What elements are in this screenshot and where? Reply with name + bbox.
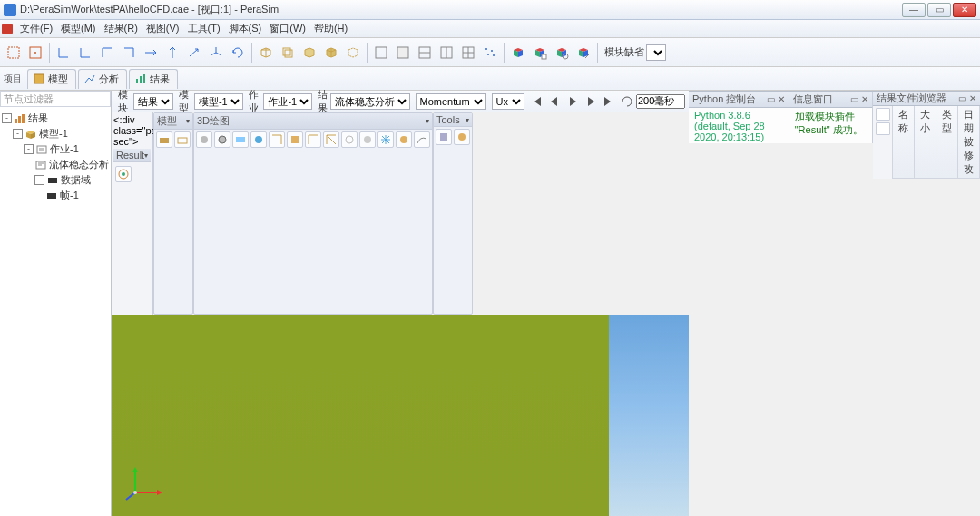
panel-undock-icon[interactable]: ▭ ✕ — [767, 94, 785, 104]
module-default-select[interactable] — [646, 44, 666, 61]
plot3d-btn-7[interactable] — [305, 131, 321, 148]
plot3d-btn-11[interactable] — [377, 131, 394, 148]
triad-button[interactable] — [206, 43, 226, 63]
menu-result[interactable]: 结果(R) — [101, 20, 142, 37]
axis-z-button[interactable] — [184, 43, 204, 63]
display-4-button[interactable] — [436, 43, 456, 63]
display-5-button[interactable] — [458, 43, 478, 63]
tab-result[interactable]: 结果 — [129, 69, 178, 89]
anim-last-button[interactable] — [600, 92, 618, 112]
plot3d-btn-6[interactable] — [287, 131, 303, 148]
cube-solid-button[interactable] — [321, 43, 341, 63]
expander-icon[interactable]: - — [34, 175, 44, 185]
menu-tool[interactable]: 工具(T) — [184, 20, 224, 37]
result-select[interactable]: 流体稳态分析 — [330, 93, 410, 110]
model-select[interactable]: 模型-1 — [194, 93, 243, 110]
rotate-button[interactable] — [228, 43, 248, 63]
plot3d-btn-8[interactable] — [323, 131, 339, 148]
plot3d-btn-10[interactable] — [359, 131, 376, 148]
color-cube-1[interactable] — [508, 43, 528, 63]
plot3d-btn-9[interactable] — [341, 131, 358, 148]
menu-script[interactable]: 脚本(S) — [225, 20, 266, 37]
module-default-selector[interactable]: 模块缺省 — [604, 44, 666, 61]
plot3d-btn-4[interactable] — [250, 131, 267, 148]
col-type[interactable]: 类型 — [936, 106, 958, 178]
display-3-button[interactable] — [415, 43, 435, 63]
menu-view[interactable]: 视图(V) — [142, 20, 183, 37]
tree-node-frame1[interactable]: 帧-1 — [60, 189, 79, 202]
scatter-button[interactable] — [480, 43, 500, 63]
tools-btn-1[interactable] — [436, 129, 452, 145]
angle-tool-1[interactable] — [54, 43, 74, 63]
col-name[interactable]: 名称 — [893, 106, 915, 178]
cube-shade-button[interactable] — [299, 43, 319, 63]
angle-tool-2[interactable] — [75, 43, 95, 63]
component-select[interactable]: Ux — [492, 93, 524, 110]
tab-model[interactable]: 模型 — [27, 69, 76, 89]
job-select[interactable]: 作业-1 — [263, 93, 312, 110]
menu-help[interactable]: 帮助(H) — [310, 20, 351, 37]
plot3d-btn-13[interactable] — [414, 131, 430, 148]
cube-iso-button[interactable] — [256, 43, 276, 63]
anim-prev-button[interactable] — [545, 92, 564, 112]
display-2-button[interactable] — [393, 43, 413, 63]
col-size[interactable]: 大小 — [915, 106, 936, 178]
rb-side-btn-2[interactable] — [876, 122, 890, 135]
tree-node-steady[interactable]: 流体稳态分析 — [49, 158, 109, 171]
rb-side-btn-1[interactable] — [876, 108, 890, 121]
time-input[interactable] — [636, 94, 685, 109]
plot3d-btn-2[interactable] — [214, 131, 230, 148]
menu-window[interactable]: 窗口(W) — [266, 20, 309, 37]
module-select[interactable]: 结果 — [133, 93, 173, 110]
project-tree[interactable]: -结果 -模型-1 -作业-1 流体稳态分析 -数据域 帧-1 — [0, 107, 111, 516]
tree-node-model1[interactable]: 模型-1 — [39, 127, 68, 141]
palette-section-model[interactable]: 模型▾ — [154, 113, 192, 130]
expander-icon[interactable]: - — [2, 113, 12, 123]
cube-wire-button[interactable] — [278, 43, 298, 63]
expander-icon[interactable]: - — [24, 144, 34, 154]
cube-hidden-button[interactable] — [343, 43, 363, 63]
angle-tool-3[interactable] — [97, 43, 117, 63]
window-close-button[interactable]: ✕ — [953, 3, 976, 17]
plot3d-btn-5[interactable] — [269, 131, 285, 148]
tree-node-job1[interactable]: 作业-1 — [50, 142, 79, 156]
palette-section-tools[interactable]: Tools▾ — [434, 113, 472, 127]
col-date[interactable]: 日期被修改 — [958, 106, 980, 178]
plot3d-btn-3[interactable] — [232, 131, 249, 148]
panel-undock-icon[interactable]: ▭ ✕ — [958, 93, 976, 103]
axis-x-button[interactable] — [141, 43, 161, 63]
expander-icon[interactable]: - — [13, 129, 23, 139]
window-maximize-button[interactable]: ▭ — [927, 3, 951, 17]
model-btn-2[interactable] — [174, 131, 191, 148]
tree-node-dataset[interactable]: 数据域 — [61, 173, 91, 187]
model-btn-1[interactable] — [156, 131, 172, 148]
tree-filter-input[interactable]: 节点过滤器 — [0, 91, 111, 107]
angle-tool-4[interactable] — [119, 43, 139, 63]
plot3d-btn-12[interactable] — [396, 131, 412, 148]
display-1-button[interactable] — [371, 43, 391, 63]
message-window-body[interactable]: 加载模块插件 "Result" 成功。 — [789, 108, 872, 143]
anim-loop-button[interactable] — [618, 92, 636, 112]
field-select[interactable]: Momentum — [416, 93, 486, 110]
color-cube-2[interactable] — [530, 43, 550, 63]
python-console-body[interactable]: Python 3.8.6 (default, Sep 28 2020, 20:1… — [689, 108, 789, 143]
3d-viewport[interactable]: Momentum Time/Frequence:5000 Ux 106 71.0… — [112, 315, 689, 517]
menu-model[interactable]: 模型(M) — [57, 20, 100, 37]
color-cube-3[interactable] — [552, 43, 572, 63]
box-select-button[interactable] — [25, 43, 45, 63]
tools-btn-2[interactable] — [454, 129, 470, 145]
axis-y-button[interactable] — [162, 43, 182, 63]
anim-first-button[interactable] — [527, 92, 545, 112]
select-tool-button[interactable] — [4, 43, 24, 63]
tree-node-result[interactable]: 结果 — [28, 112, 48, 125]
menu-file[interactable]: 文件(F) — [16, 20, 56, 37]
panel-undock-icon[interactable]: ▭ ✕ — [850, 94, 868, 104]
anim-play-button[interactable] — [564, 92, 582, 112]
plot3d-btn-1[interactable] — [196, 131, 212, 148]
result-contour-button[interactable] — [115, 166, 132, 182]
tab-analysis[interactable]: 分析 — [78, 69, 127, 89]
palette-section-3d[interactable]: 3D绘图▾ — [194, 113, 432, 130]
window-minimize-button[interactable]: — — [902, 3, 926, 17]
anim-next-button[interactable] — [582, 92, 600, 112]
palette-section-result[interactable]: Result▾ — [113, 149, 151, 162]
